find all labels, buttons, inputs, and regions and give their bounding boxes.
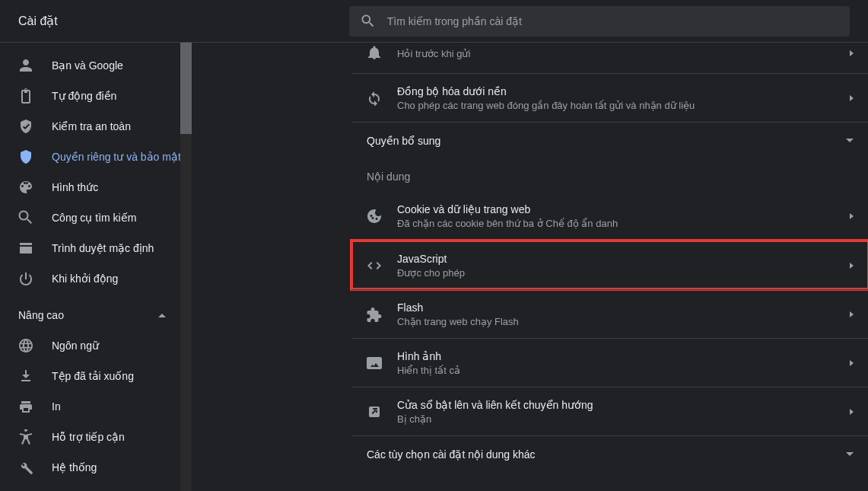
extra-permissions-toggle[interactable]: Quyền bổ sung [351, 122, 868, 158]
row-subtitle: Cho phép các trang web đóng gần đây hoàn… [397, 100, 841, 111]
search-icon [361, 14, 375, 28]
chevron-right-icon [850, 409, 854, 415]
setting-row-background-sync[interactable]: Đồng bộ hóa dưới nền Cho phép các trang … [351, 73, 868, 122]
content-section-label: Nội dung [351, 158, 868, 192]
shield-icon [18, 149, 33, 164]
other-content-settings-toggle[interactable]: Các tùy chọn cài đặt nội dung khác [351, 435, 868, 472]
bell-icon [367, 46, 382, 61]
person-icon [18, 58, 33, 73]
chevron-right-icon [850, 213, 854, 219]
sidebar-item-label: Hình thức [52, 181, 98, 193]
setting-row-javascript[interactable]: JavaScript Được cho phép [351, 241, 868, 289]
sidebar-item-label: Công cụ tìm kiếm [52, 212, 136, 224]
advanced-label: Nâng cao [18, 309, 64, 321]
sidebar-item-label: Hệ thống [52, 461, 97, 473]
code-icon [367, 258, 382, 273]
wrench-icon [18, 460, 33, 475]
sidebar-item-accessibility[interactable]: Hỗ trợ tiếp cận [0, 422, 192, 452]
row-subtitle: Chặn trang web chạy Flash [397, 316, 841, 327]
sidebar-item-label: Trình duyệt mặc định [52, 242, 154, 254]
sidebar-item-label: In [52, 400, 61, 413]
extra-permissions-label: Quyền bổ sung [367, 135, 440, 147]
chevron-down-icon [846, 139, 854, 142]
clipboard-icon [18, 88, 33, 104]
sidebar-item-label: Kiểm tra an toàn [52, 120, 131, 132]
chevron-right-icon [850, 50, 854, 56]
sidebar-item-label: Tệp đã tải xuống [52, 370, 134, 382]
sidebar-item-appearance[interactable]: Hình thức [0, 172, 192, 202]
image-icon [367, 355, 382, 371]
chevron-right-icon [850, 95, 854, 101]
sidebar-item-default-browser[interactable]: Trình duyệt mặc định [0, 233, 192, 263]
row-title: Đồng bộ hóa dưới nền [397, 85, 841, 97]
popup-icon [367, 404, 382, 419]
chevron-right-icon [850, 311, 854, 317]
row-title: Cửa sổ bật lên và liên kết chuyển hướng [397, 399, 841, 411]
puzzle-icon [367, 307, 382, 322]
sidebar-item-on-startup[interactable]: Khi khởi động [0, 263, 192, 294]
row-title: Cookie và dữ liệu trang web [397, 203, 841, 215]
sidebar-item-language[interactable]: Ngôn ngữ [0, 330, 192, 361]
header: Cài đặt [0, 0, 868, 43]
shield-check-icon [18, 119, 33, 134]
search-input[interactable] [387, 15, 838, 27]
setting-row-cookies[interactable]: Cookie và dữ liệu trang web Đã chặn các … [351, 192, 868, 241]
row-title: JavaScript [397, 253, 841, 265]
sidebar-item-label: Hỗ trợ tiếp cận [52, 431, 125, 443]
printer-icon [18, 399, 33, 414]
row-subtitle: Được cho phép [397, 267, 841, 279]
other-options-label: Các tùy chọn cài đặt nội dung khác [367, 448, 536, 461]
browser-icon [18, 241, 33, 256]
sidebar-item-safety-check[interactable]: Kiểm tra an toàn [0, 111, 192, 142]
sidebar: Bạn và Google Tự động điền Kiểm tra an t… [0, 43, 192, 491]
sync-icon [367, 91, 382, 106]
sidebar-item-print[interactable]: In [0, 391, 192, 422]
setting-row-flash[interactable]: Flash Chặn trang web chạy Flash [351, 289, 868, 338]
row-subtitle: Hỏi trước khi gửi [397, 48, 841, 59]
sidebar-advanced-toggle[interactable]: Nâng cao [0, 300, 192, 330]
row-subtitle: Hiển thị tất cả [397, 365, 841, 376]
setting-row-notifications[interactable]: Hỏi trước khi gửi [351, 43, 868, 73]
chevron-right-icon [850, 263, 854, 269]
chevron-up-icon [158, 314, 166, 317]
chevron-right-icon [850, 360, 854, 366]
sidebar-item-label: Tự động điền [52, 90, 116, 102]
setting-row-images[interactable]: Hình ảnh Hiển thị tất cả [351, 338, 868, 387]
row-subtitle: Đã chặn các cookie bên thứ ba ở Chế độ ẩ… [397, 218, 841, 229]
cookie-icon [367, 209, 382, 224]
sidebar-item-you-and-google[interactable]: Bạn và Google [0, 50, 192, 81]
accessibility-icon [18, 429, 33, 445]
sidebar-item-label: Ngôn ngữ [52, 340, 99, 352]
row-subtitle: Bị chặn [397, 413, 841, 425]
globe-icon [18, 338, 33, 353]
main-content: Hỏi trước khi gửi Đồng bộ hóa dưới nền C… [192, 43, 868, 491]
download-icon [18, 368, 33, 384]
sidebar-item-label: Khi khởi động [52, 273, 118, 285]
palette-icon [18, 180, 33, 195]
sidebar-item-label: Quyền riêng tư và bảo mật [52, 151, 181, 163]
setting-row-popups[interactable]: Cửa sổ bật lên và liên kết chuyển hướng … [351, 387, 868, 435]
search-container[interactable] [349, 6, 850, 37]
sidebar-item-downloads[interactable]: Tệp đã tải xuống [0, 361, 192, 391]
sidebar-item-label: Bạn và Google [52, 59, 123, 72]
sidebar-item-system[interactable]: Hệ thống [0, 452, 192, 483]
sidebar-item-autofill[interactable]: Tự động điền [0, 81, 192, 111]
power-icon [18, 271, 33, 286]
chevron-down-icon [846, 452, 854, 456]
row-title: Flash [397, 301, 841, 314]
sidebar-item-privacy[interactable]: Quyền riêng tư và bảo mật [0, 142, 192, 172]
page-title: Cài đặt [18, 14, 349, 28]
row-title: Hình ảnh [397, 350, 841, 362]
sidebar-item-search-engine[interactable]: Công cụ tìm kiếm [0, 202, 192, 233]
scrollbar-thumb[interactable] [180, 43, 192, 134]
search-icon [18, 210, 33, 225]
